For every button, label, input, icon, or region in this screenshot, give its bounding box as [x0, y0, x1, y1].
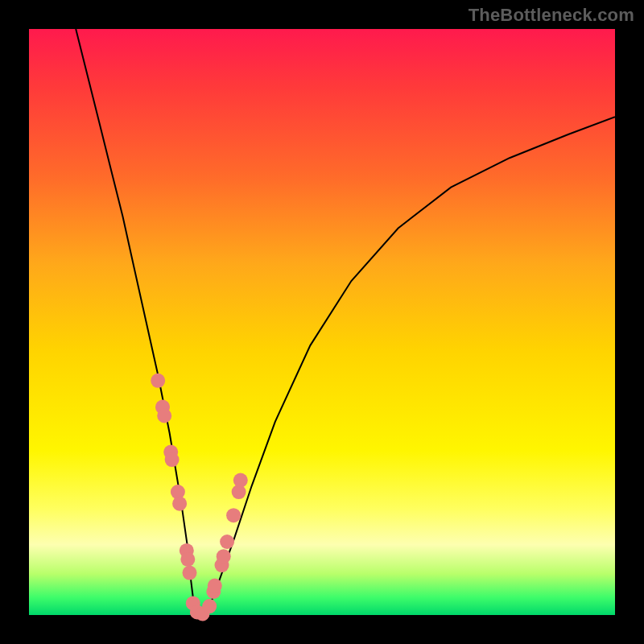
highlight-dot: [208, 579, 222, 593]
highlight-dot: [172, 497, 187, 511]
highlight-dot: [226, 508, 241, 522]
plot-area: [29, 29, 615, 615]
highlight-dot: [217, 549, 231, 564]
highlight-dot: [202, 599, 217, 613]
watermark-text: TheBottleneck.com: [469, 5, 634, 26]
chart-frame: TheBottleneck.com: [0, 0, 644, 644]
highlight-dot: [233, 473, 248, 488]
highlight-dot: [180, 552, 195, 567]
highlight-dot: [151, 374, 165, 388]
highlight-dots-group: [151, 374, 248, 621]
highlight-dot: [157, 409, 171, 423]
highlight-dot: [183, 566, 197, 580]
bottleneck-curve: [76, 29, 615, 615]
chart-svg: [29, 29, 615, 615]
highlight-dot: [220, 535, 234, 549]
highlight-dot: [165, 452, 180, 467]
